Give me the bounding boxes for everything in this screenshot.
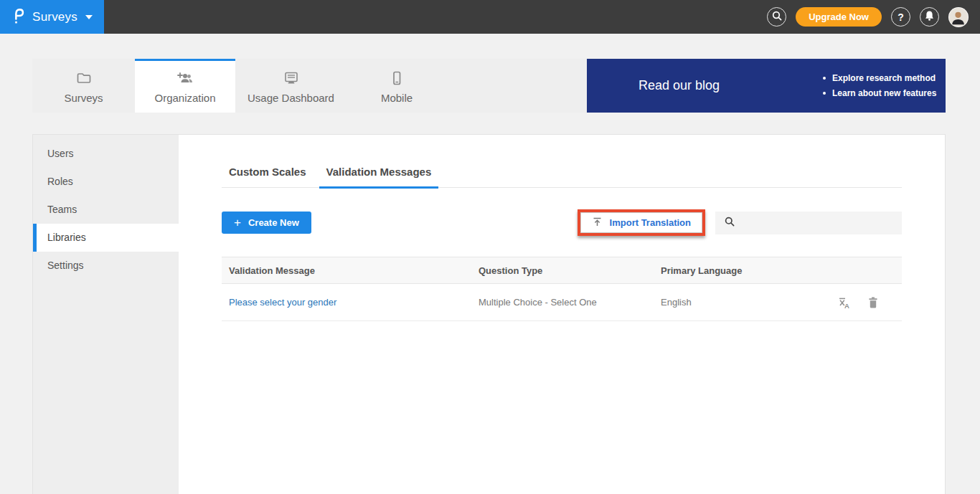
translate-icon[interactable]: A [837, 296, 850, 309]
primary-language-cell: English [661, 297, 797, 308]
table-search[interactable] [715, 212, 902, 234]
main-panel: Users Roles Teams Libraries Settings Cus… [32, 134, 946, 494]
column-header-primary-language: Primary Language [661, 265, 797, 276]
content-area: Custom Scales Validation Messages + Crea… [179, 135, 945, 494]
topbar: Surveys Upgrade Now ? [0, 0, 980, 34]
question-icon: ? [897, 11, 904, 23]
tab-usage-dashboard-label: Usage Dashboard [248, 92, 334, 104]
upgrade-now-button[interactable]: Upgrade Now [796, 7, 882, 27]
sidebar-item-users[interactable]: Users [33, 140, 179, 168]
chevron-down-icon [85, 15, 93, 19]
create-new-button[interactable]: + Create New [222, 212, 311, 234]
import-highlight-annotation: Import Translation [578, 209, 705, 236]
banner-bullet: Explore research method [823, 71, 936, 86]
tab-validation-messages[interactable]: Validation Messages [319, 166, 439, 187]
notifications-button[interactable] [920, 7, 939, 27]
avatar[interactable] [948, 7, 969, 27]
banner-bullet: Learn about new features [823, 86, 936, 101]
tab-surveys[interactable]: Surveys [32, 59, 135, 113]
upload-icon [592, 217, 603, 229]
tab-custom-scales[interactable]: Custom Scales [222, 166, 314, 187]
tab-surveys-label: Surveys [64, 92, 103, 104]
questionpro-logo-icon [11, 6, 26, 29]
banner-bullets: Explore research method Learn about new … [823, 71, 936, 101]
search-icon [771, 10, 783, 24]
plus-icon: + [234, 217, 241, 229]
create-new-label: Create New [248, 217, 299, 228]
trash-icon[interactable] [867, 296, 880, 309]
column-header-question-type: Question Type [479, 265, 661, 276]
sidebar: Users Roles Teams Libraries Settings [33, 135, 179, 494]
content-tabs: Custom Scales Validation Messages [222, 166, 902, 188]
promo-banner[interactable]: Read our blog Explore research method Le… [587, 59, 946, 113]
tab-mobile[interactable]: Mobile [347, 59, 447, 113]
question-type-cell: Multiple Choice - Select One [479, 297, 661, 308]
column-header-validation-message: Validation Message [222, 265, 479, 276]
svg-text:A: A [844, 301, 849, 309]
sidebar-item-libraries[interactable]: Libraries [33, 224, 179, 252]
row-actions: A [797, 296, 902, 309]
person-add-icon [176, 70, 194, 87]
toolbar: + Create New Import Translation [222, 209, 902, 236]
banner-title[interactable]: Read our blog [639, 59, 720, 113]
tab-usage-dashboard[interactable]: Usage Dashboard [235, 59, 347, 113]
help-button[interactable]: ? [891, 7, 910, 27]
search-input[interactable] [741, 217, 893, 228]
tab-organization[interactable]: Organization [135, 59, 235, 113]
table-row: Please select your gender Multiple Choic… [222, 284, 902, 321]
main-nav: Surveys Organization Usage Dashboard [32, 59, 587, 113]
validation-message-link[interactable]: Please select your gender [229, 297, 336, 308]
validation-messages-table: Validation Message Question Type Primary… [222, 257, 902, 321]
avatar-image [949, 8, 967, 26]
app-menu-label: Surveys [32, 10, 77, 24]
tab-mobile-label: Mobile [381, 92, 413, 104]
topbar-actions: Upgrade Now ? [767, 7, 980, 27]
tab-organization-label: Organization [154, 92, 215, 104]
search-button[interactable] [767, 7, 786, 27]
search-icon [724, 216, 735, 230]
import-translation-button[interactable]: Import Translation [580, 212, 702, 233]
table-header: Validation Message Question Type Primary… [222, 257, 902, 284]
mobile-icon [388, 70, 405, 87]
folder-icon [75, 70, 93, 87]
dashboard-icon [283, 70, 300, 87]
sidebar-item-teams[interactable]: Teams [33, 196, 179, 224]
bell-icon [924, 10, 935, 24]
sidebar-item-settings[interactable]: Settings [33, 252, 179, 280]
product-switcher[interactable]: Surveys [0, 0, 104, 34]
sidebar-item-roles[interactable]: Roles [33, 168, 179, 196]
import-translation-label: Import Translation [610, 217, 691, 228]
